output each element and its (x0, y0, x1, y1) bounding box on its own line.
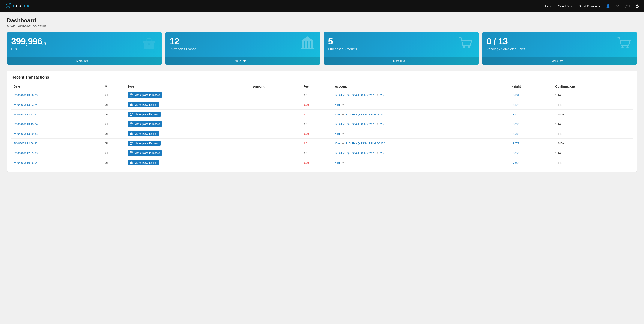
tx-account-arrow: ➜ (341, 103, 344, 106)
tx-account-link-from[interactable]: BLX-FYHQ-E8G4-TS8H-9C26A (335, 94, 374, 97)
table-row: 7/10/2023 13:26:26✉ Marketplace Purchase… (11, 90, 633, 100)
help-icon[interactable]: ? (625, 4, 630, 8)
tx-envelope-icon[interactable]: ✉ (105, 103, 108, 107)
blx-more-info-link[interactable]: More Info → (76, 59, 92, 63)
tx-envelope-icon[interactable]: ✉ (105, 93, 108, 97)
svg-rect-15 (130, 94, 132, 96)
currencies-more-info-link[interactable]: More Info → (235, 59, 251, 63)
tx-date-link[interactable]: 7/10/2023 10:26:04 (14, 161, 38, 164)
svg-rect-5 (301, 48, 314, 49)
tx-type-badge: Marketplace Listing (128, 131, 159, 136)
tx-amount (251, 139, 301, 148)
products-more-info[interactable]: More Info → (324, 57, 479, 65)
products-label: Purchased Products (328, 47, 357, 51)
tx-date-link[interactable]: 7/10/2023 13:15:24 (14, 123, 38, 126)
tx-date-link[interactable]: 7/10/2023 13:22:52 (14, 113, 38, 116)
svg-point-17 (132, 96, 132, 96)
tx-type-badge: Marketplace Listing (128, 160, 159, 165)
tx-account: You ➜ BLX-FYHQ-E8G4-TS8H-9C26A (333, 139, 509, 148)
brand-text: BLUE0X (13, 4, 29, 8)
svg-rect-37 (130, 152, 132, 154)
stat-card-currencies[interactable]: 12 Currencies Owned (165, 32, 320, 65)
products-number: 5 (328, 37, 357, 46)
tx-account-link-from[interactable]: BLX-FYHQ-E8G4-TS8H-9C26A (335, 151, 374, 155)
tx-height-link[interactable]: 18122 (511, 103, 519, 106)
tx-account: You ➜ BLX-FYHQ-E8G4-TS8H-9C26A (333, 110, 509, 119)
brand-logo[interactable]: BLUE0X (5, 2, 29, 10)
stat-card-products[interactable]: 5 Purchased Products More Info → (324, 32, 479, 65)
sales-more-info[interactable]: More Info → (482, 57, 637, 65)
blx-icon (140, 35, 158, 54)
tx-account-arrow: ➜ (341, 161, 344, 164)
svg-rect-4 (148, 43, 150, 45)
tx-fee: 0.01 (302, 90, 333, 100)
tx-date-link[interactable]: 7/10/2023 12:59:38 (14, 151, 38, 155)
svg-rect-9 (311, 41, 313, 48)
tx-confirmations: 1,440+ (553, 129, 633, 139)
tx-fee: 0.01 (302, 148, 333, 158)
svg-rect-8 (308, 41, 310, 48)
tx-account-link-to[interactable]: BLX-FYHQ-E8G4-TS8H-9C26A (345, 142, 385, 145)
tx-account-arrow: ➜ (341, 132, 344, 135)
table-row: 7/10/2023 13:06:22✉ Marketplace Delivery… (11, 139, 633, 148)
tx-account-link-from[interactable]: BLX-FYHQ-E8G4-TS8H-9C26A (335, 123, 374, 126)
svg-marker-42 (130, 161, 133, 163)
tx-account-arrow: ➜ (375, 122, 378, 126)
svg-point-11 (463, 46, 465, 48)
products-more-info-link[interactable]: More Info → (393, 59, 410, 63)
nav-send-currency[interactable]: Send Currency (578, 4, 600, 8)
tx-envelope-icon[interactable]: ✉ (105, 161, 108, 165)
navbar: BLUE0X Home Send BLX Send Currency 👤 ⚙ ?… (0, 0, 644, 12)
tx-account-slash: / (345, 132, 346, 135)
tx-amount (251, 100, 301, 110)
tx-fee: 0.01 (302, 110, 333, 119)
table-header-row: Date ✉ Type Amount Fee Account Height Co… (11, 83, 633, 90)
gear-icon[interactable]: ⚙ (616, 4, 619, 8)
col-type: Type (126, 83, 251, 90)
tx-height-link[interactable]: 18072 (511, 142, 519, 145)
stat-card-sales[interactable]: 0 / 13 Pending / Completed Sales More In… (482, 32, 637, 65)
tx-envelope-icon[interactable]: ✉ (105, 113, 108, 116)
tx-envelope-icon[interactable]: ✉ (105, 132, 108, 136)
currencies-more-info[interactable]: More Info → (165, 57, 320, 65)
tx-account-you: You (335, 113, 340, 116)
tx-envelope-icon[interactable]: ✉ (105, 142, 108, 145)
blx-more-info[interactable]: More Info → (7, 57, 162, 65)
tx-account-link-to[interactable]: BLX-FYHQ-E8G4-TS8H-9C26A (345, 113, 385, 116)
table-row: 7/10/2023 10:26:04✉ Marketplace Listing0… (11, 158, 633, 168)
svg-rect-33 (130, 143, 132, 144)
tx-account: You ➜ / (333, 100, 509, 110)
stat-card-blx[interactable]: 399,996.9 BLX More Info → (7, 32, 162, 65)
tx-account: You ➜ / (333, 129, 509, 139)
tx-type-badge: Marketplace Purchase (128, 121, 162, 127)
sales-number: 0 / 13 (486, 37, 526, 46)
tx-date-link[interactable]: 7/10/2023 13:26:26 (14, 94, 38, 97)
nav-send-blx[interactable]: Send BLX (558, 4, 572, 8)
tx-account-slash: / (345, 103, 346, 106)
tx-date-link[interactable]: 7/10/2023 13:06:22 (14, 142, 38, 145)
sales-more-info-link[interactable]: More Info → (552, 59, 568, 63)
sales-label: Pending / Completed Sales (486, 47, 526, 51)
tx-height-link[interactable]: 18131 (511, 94, 519, 97)
tx-height-link[interactable]: 18120 (511, 113, 519, 116)
currencies-icon (299, 35, 316, 54)
tx-envelope-icon[interactable]: ✉ (105, 151, 108, 155)
table-row: 7/10/2023 13:09:33✉ Marketplace Listing0… (11, 129, 633, 139)
nav-home[interactable]: Home (544, 4, 552, 8)
user-icon[interactable]: 👤 (606, 4, 610, 8)
tx-fee: 0.01 (302, 139, 333, 148)
power-icon[interactable]: ⏻ (636, 4, 639, 8)
col-envelope: ✉ (103, 83, 126, 90)
tx-account-you-to: You (380, 94, 385, 97)
tx-height-link[interactable]: 18050 (511, 151, 519, 155)
tx-amount (251, 158, 301, 168)
tx-height-link[interactable]: 18082 (511, 132, 519, 135)
svg-rect-7 (305, 41, 306, 48)
tx-height-link[interactable]: 17558 (511, 161, 519, 164)
transactions-section: Recent Transactions Date ✉ Type Amount F… (7, 71, 637, 172)
tx-height-link[interactable]: 18099 (511, 123, 519, 126)
tx-envelope-icon[interactable]: ✉ (105, 122, 108, 126)
col-amount: Amount (251, 83, 301, 90)
tx-date-link[interactable]: 7/10/2023 13:23:24 (14, 103, 38, 106)
tx-date-link[interactable]: 7/10/2023 13:09:33 (14, 132, 38, 135)
